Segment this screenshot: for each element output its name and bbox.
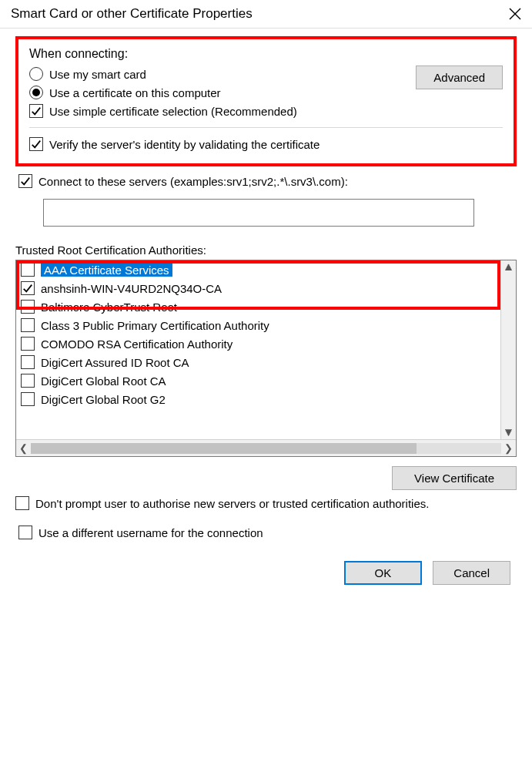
checkbox-icon (21, 300, 35, 314)
dialog-title: Smart Card or other Certificate Properti… (11, 6, 253, 22)
ca-list-label: Trusted Root Certification Authorities: (15, 243, 517, 257)
ca-item[interactable]: COMODO RSA Certification Authority (16, 334, 500, 353)
ca-item-label: Class 3 Public Primary Certification Aut… (41, 319, 269, 332)
checkbox-icon (15, 496, 29, 510)
horizontal-scrollbar[interactable]: ❮ ❯ (16, 439, 516, 456)
checkbox-icon (21, 337, 35, 351)
checkbox-icon (18, 526, 32, 539)
ca-list-items: AAA Certificate Servicesanshsinh-WIN-V4U… (16, 260, 500, 439)
ca-item[interactable]: anshsinh-WIN-V4URD2NQ34O-CA (16, 279, 500, 297)
checkbox-icon (21, 355, 35, 369)
check-diff-username[interactable]: Use a different username for the connect… (18, 526, 517, 539)
scroll-left-icon[interactable]: ❮ (19, 442, 28, 454)
checkbox-icon (21, 281, 35, 295)
checkbox-label: Don't prompt user to authorise new serve… (35, 496, 429, 512)
check-simple-selection[interactable]: Use simple certificate selection (Recomm… (29, 104, 503, 118)
ca-item[interactable]: DigiCert Assured ID Root CA (16, 353, 500, 371)
vertical-scrollbar[interactable]: ⯅ ⯆ (500, 260, 516, 439)
ca-item[interactable]: AAA Certificate Services (16, 260, 500, 279)
ca-item[interactable]: DigiCert Global Root G2 (16, 390, 500, 408)
ca-listbox[interactable]: AAA Certificate Servicesanshsinh-WIN-V4U… (15, 260, 517, 457)
ca-item[interactable]: DigiCert Global Root CA (16, 371, 500, 390)
checkbox-icon (21, 374, 35, 388)
ca-item[interactable]: Class 3 Public Primary Certification Aut… (16, 316, 500, 334)
advanced-button[interactable]: Advanced (416, 65, 503, 89)
ca-item-label: Baltimore CyberTrust Root (41, 301, 177, 314)
checkbox-label: Use simple certificate selection (Recomm… (49, 105, 297, 118)
radio-use-cert-computer[interactable]: Use a certificate on this computer (29, 86, 416, 99)
cancel-button[interactable]: Cancel (433, 561, 510, 585)
scroll-up-icon[interactable]: ⯅ (504, 260, 513, 274)
check-verify-identity[interactable]: Verify the server's identity by validati… (29, 137, 503, 151)
checkbox-label: Connect to these servers (examples:srv1;… (38, 175, 348, 188)
servers-input[interactable] (43, 199, 474, 227)
checkbox-icon (21, 263, 35, 277)
check-connect-servers[interactable]: Connect to these servers (examples:srv1;… (18, 174, 517, 188)
checkbox-icon (21, 318, 35, 332)
ca-item-label: AAA Certificate Services (41, 264, 172, 277)
checkbox-label: Use a different username for the connect… (38, 526, 263, 539)
divider (29, 127, 503, 128)
radio-use-smart-card[interactable]: Use my smart card (29, 67, 416, 81)
checkbox-icon (29, 104, 43, 118)
close-icon[interactable] (507, 6, 523, 22)
checkbox-icon (29, 137, 43, 151)
check-dont-prompt[interactable]: Don't prompt user to authorise new serve… (15, 496, 517, 512)
checkbox-icon (18, 174, 32, 188)
view-certificate-button[interactable]: View Certificate (392, 466, 517, 490)
ca-item-label: COMODO RSA Certification Authority (41, 337, 233, 351)
checkbox-icon (21, 392, 35, 406)
hscroll-thumb[interactable] (31, 443, 417, 454)
highlight-connecting-section: When connecting: Advanced Use my smart c… (15, 36, 517, 166)
dialog-buttons: OK Cancel (15, 561, 517, 596)
scroll-down-icon[interactable]: ⯆ (504, 425, 513, 439)
ca-item-label: anshsinh-WIN-V4URD2NQ34O-CA (41, 282, 222, 295)
radio-label: Use a certificate on this computer (49, 86, 221, 99)
hscroll-track[interactable] (31, 443, 501, 454)
radio-label: Use my smart card (49, 68, 146, 81)
ca-item[interactable]: Baltimore CyberTrust Root (16, 297, 500, 316)
titlebar: Smart Card or other Certificate Properti… (0, 0, 532, 29)
ca-item-label: DigiCert Assured ID Root CA (41, 356, 189, 369)
ok-button[interactable]: OK (344, 561, 423, 585)
dialog-content: When connecting: Advanced Use my smart c… (0, 29, 532, 603)
radio-icon (29, 67, 43, 81)
checkbox-label: Verify the server's identity by validati… (49, 138, 320, 151)
when-connecting-label: When connecting: (29, 47, 503, 61)
ca-item-label: DigiCert Global Root CA (41, 374, 166, 388)
radio-icon (29, 86, 43, 99)
scroll-right-icon[interactable]: ❯ (504, 442, 513, 454)
ca-item-label: DigiCert Global Root G2 (41, 393, 166, 406)
